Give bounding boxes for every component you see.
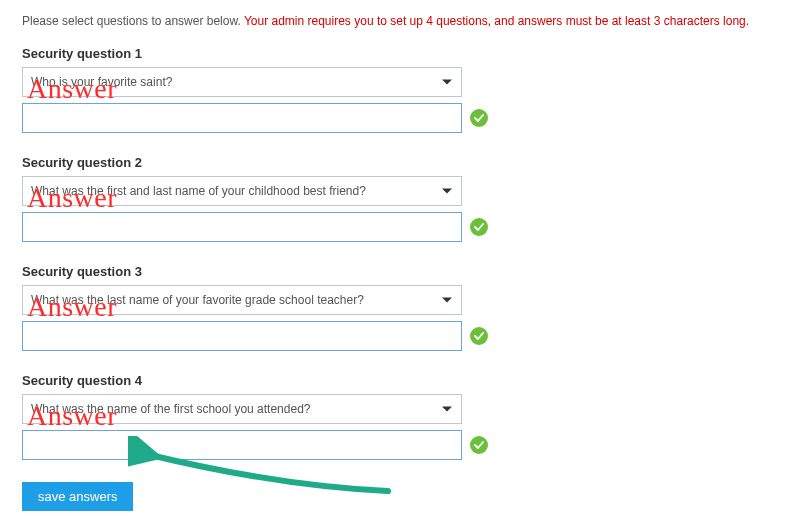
security-question-label: Security question 1 (22, 46, 787, 61)
security-question-label: Security question 4 (22, 373, 787, 388)
security-question-select-2[interactable]: What was the first and last name of your… (22, 176, 462, 206)
answer-input-4[interactable] (22, 430, 462, 460)
security-question-group-3: Security question 3 What was the last na… (22, 264, 787, 351)
checkmark-icon (470, 109, 488, 127)
save-answers-button[interactable]: save answers (22, 482, 133, 511)
security-question-select-1[interactable]: Who is your favorite saint? (22, 67, 462, 97)
security-question-label: Security question 2 (22, 155, 787, 170)
security-question-group-1: Security question 1 Who is your favorite… (22, 46, 787, 133)
select-display: What was the first and last name of your… (22, 176, 462, 206)
answer-input-1[interactable] (22, 103, 462, 133)
select-display: Who is your favorite saint? (22, 67, 462, 97)
instruction-text: Please select questions to answer below.… (22, 14, 787, 28)
select-display: What was the name of the first school yo… (22, 394, 462, 424)
answer-input-2[interactable] (22, 212, 462, 242)
answer-input-3[interactable] (22, 321, 462, 351)
security-question-select-4[interactable]: What was the name of the first school yo… (22, 394, 462, 424)
instruction-warning: Your admin requires you to set up 4 ques… (244, 14, 749, 28)
checkmark-icon (470, 327, 488, 345)
checkmark-icon (470, 436, 488, 454)
instruction-prefix: Please select questions to answer below. (22, 14, 244, 28)
security-question-select-3[interactable]: What was the last name of your favorite … (22, 285, 462, 315)
checkmark-icon (470, 218, 488, 236)
select-display: What was the last name of your favorite … (22, 285, 462, 315)
security-question-label: Security question 3 (22, 264, 787, 279)
security-question-group-2: Security question 2 What was the first a… (22, 155, 787, 242)
security-question-group-4: Security question 4 What was the name of… (22, 373, 787, 460)
